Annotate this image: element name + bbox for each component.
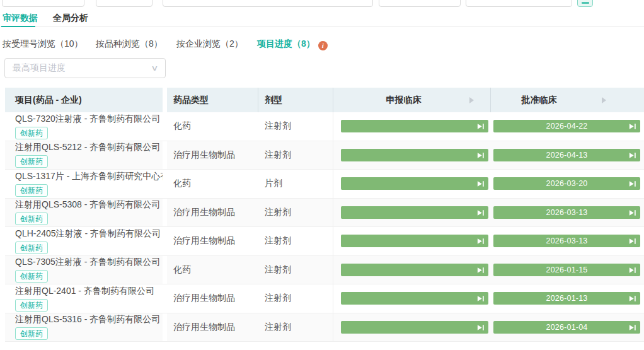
table-row: QLS-7320注射液 - 齐鲁制药有限公司创新药 化药 注射剂 2026-04… bbox=[5, 112, 644, 141]
project-name[interactable]: 注射用QLS-5316 - 齐鲁制药有限公司 bbox=[15, 314, 163, 325]
apply-clinical-bar[interactable] bbox=[341, 264, 488, 276]
col-header-approve-clinical[interactable]: 批准临床 bbox=[490, 88, 644, 112]
approve-clinical-bar[interactable]: 2026-04-13 bbox=[493, 149, 640, 161]
project-name[interactable]: QLS-1317片 - 上海齐鲁制药研究中心有 bbox=[15, 171, 163, 182]
approve-clinical-bar[interactable]: 2026-03-20 bbox=[493, 177, 640, 190]
col-header-dosage-form[interactable]: 剂型 bbox=[258, 88, 333, 112]
col-header-approve-clinical-label: 批准临床 bbox=[522, 95, 557, 106]
innovative-drug-badge: 创新药 bbox=[15, 127, 48, 139]
tab-review-data[interactable]: 审评数据 bbox=[3, 13, 38, 24]
search-button-icon bbox=[582, 2, 589, 4]
innovative-drug-badge: 创新药 bbox=[15, 242, 48, 254]
tab-global-analysis[interactable]: 全局分析 bbox=[53, 13, 88, 24]
table-row: QLS-7305注射液 - 齐鲁制药有限公司创新药 化药 注射剂 2026-01… bbox=[5, 256, 644, 285]
main-tabbar: 审评数据 全局分析 bbox=[0, 8, 644, 27]
project-name[interactable]: QLS-7320注射液 - 齐鲁制药有限公司 bbox=[15, 114, 163, 125]
play-step-icon bbox=[629, 209, 636, 216]
apply-clinical-bar[interactable] bbox=[341, 120, 488, 132]
apply-clinical-bar[interactable] bbox=[341, 321, 488, 334]
approve-date: 2026-03-13 bbox=[546, 208, 588, 217]
expand-arrow-icon[interactable] bbox=[602, 97, 606, 103]
sub-nav: 按受理号浏览（10） 按品种浏览（8） 按企业浏览（2） 项目进度（8）i bbox=[0, 38, 644, 51]
dosage-form-cell: 注射剂 bbox=[258, 313, 333, 342]
table-row: 注射用QLS-5212 - 齐鲁制药有限公司创新药 治疗用生物制品 注射剂 20… bbox=[5, 141, 644, 170]
col-header-project[interactable]: 项目(药品 - 企业) bbox=[5, 88, 163, 112]
innovative-drug-badge: 创新药 bbox=[15, 213, 48, 225]
approve-date: 2026-03-13 bbox=[546, 236, 588, 245]
approve-date: 2026-04-22 bbox=[546, 122, 588, 131]
drug-type-cell: 化药 bbox=[167, 112, 258, 141]
table-row: QLH-2405注射液 - 齐鲁制药有限公司创新药 治疗用生物制品 注射剂 20… bbox=[5, 227, 644, 256]
col-header-apply-clinical[interactable]: 申报临床 bbox=[333, 88, 490, 112]
filter-input-4[interactable] bbox=[379, 0, 461, 7]
apply-clinical-bar[interactable] bbox=[341, 235, 488, 247]
page: 审评数据 全局分析 按受理号浏览（10） 按品种浏览（8） 按企业浏览（2） 项… bbox=[0, 0, 644, 350]
play-step-icon bbox=[629, 267, 636, 274]
fixed-column-gutter bbox=[163, 88, 167, 112]
innovative-drug-badge: 创新药 bbox=[15, 299, 48, 312]
approve-date: 2026-04-13 bbox=[546, 151, 588, 160]
subnav-by-enterprise[interactable]: 按企业浏览（2） bbox=[176, 38, 243, 50]
play-step-icon bbox=[477, 238, 485, 245]
col-header-apply-clinical-label: 申报临床 bbox=[386, 95, 422, 106]
dosage-form-cell: 注射剂 bbox=[258, 284, 333, 313]
project-name[interactable]: QLS-7305注射液 - 齐鲁制药有限公司 bbox=[15, 257, 163, 268]
play-step-icon bbox=[477, 295, 485, 302]
subnav-project-progress-label: 项目进度（8） bbox=[257, 38, 315, 49]
col-header-drug-type[interactable]: 药品类型 bbox=[167, 88, 258, 112]
apply-clinical-bar[interactable] bbox=[341, 206, 488, 219]
approve-date: 2026-01-04 bbox=[546, 323, 588, 332]
drug-type-cell: 治疗用生物制品 bbox=[167, 141, 258, 170]
subnav-project-progress[interactable]: 项目进度（8）i bbox=[257, 38, 328, 50]
play-step-icon bbox=[477, 267, 485, 274]
project-name[interactable]: QLH-2405注射液 - 齐鲁制药有限公司 bbox=[15, 228, 163, 240]
approve-clinical-bar[interactable]: 2026-04-22 bbox=[493, 120, 640, 132]
approve-clinical-bar[interactable]: 2026-01-04 bbox=[493, 321, 640, 334]
drug-type-cell: 治疗用生物制品 bbox=[167, 199, 258, 227]
approve-date: 2026-03-20 bbox=[546, 179, 588, 188]
info-icon[interactable]: i bbox=[318, 41, 328, 50]
filter-input-1[interactable] bbox=[2, 0, 84, 7]
dosage-form-cell: 注射剂 bbox=[258, 112, 333, 141]
approve-clinical-bar[interactable]: 2026-01-13 bbox=[493, 292, 640, 305]
drug-type-cell: 治疗用生物制品 bbox=[167, 313, 258, 342]
apply-clinical-bar[interactable] bbox=[341, 292, 488, 305]
play-step-icon bbox=[477, 123, 485, 130]
filter-input-3[interactable] bbox=[163, 0, 373, 7]
apply-clinical-bar[interactable] bbox=[341, 177, 488, 190]
innovative-drug-badge: 创新药 bbox=[15, 327, 48, 340]
play-step-icon bbox=[477, 209, 485, 216]
project-name[interactable]: 注射用QL-2401 - 齐鲁制药有限公司 bbox=[15, 286, 163, 297]
table-row: QLS-1317片 - 上海齐鲁制药研究中心有创新药 化药 片剂 2026-03… bbox=[5, 170, 644, 199]
expand-arrow-icon[interactable] bbox=[469, 97, 474, 103]
dosage-form-cell: 注射剂 bbox=[258, 199, 333, 227]
filter-input-5[interactable] bbox=[466, 0, 572, 7]
search-button[interactable] bbox=[577, 0, 593, 7]
play-step-icon bbox=[629, 324, 636, 331]
approve-clinical-bar[interactable]: 2026-01-15 bbox=[493, 264, 640, 276]
drug-type-cell: 治疗用生物制品 bbox=[167, 227, 258, 255]
innovative-drug-badge: 创新药 bbox=[15, 155, 48, 168]
dosage-form-cell: 注射剂 bbox=[258, 227, 333, 255]
approve-clinical-bar[interactable]: 2026-03-13 bbox=[493, 206, 640, 219]
project-name[interactable]: 注射用QLS-5212 - 齐鲁制药有限公司 bbox=[15, 142, 163, 153]
play-step-icon bbox=[477, 152, 485, 159]
project-name[interactable]: 注射用QLS-5308 - 齐鲁制药有限公司 bbox=[15, 199, 163, 211]
highest-progress-select[interactable]: 最高项目进度 ∨ bbox=[4, 58, 166, 78]
play-step-icon bbox=[629, 180, 636, 187]
approve-date: 2026-01-13 bbox=[546, 294, 588, 303]
table-row: 注射用QLS-5316 - 齐鲁制药有限公司创新药 治疗用生物制品 注射剂 20… bbox=[5, 313, 644, 342]
drug-type-cell: 治疗用生物制品 bbox=[167, 284, 258, 313]
play-step-icon bbox=[629, 123, 636, 130]
play-step-icon bbox=[477, 180, 485, 187]
subnav-by-variety[interactable]: 按品种浏览（8） bbox=[96, 38, 163, 50]
drug-type-cell: 化药 bbox=[167, 256, 258, 284]
apply-clinical-bar[interactable] bbox=[341, 149, 488, 161]
progress-table: 项目(药品 - 企业) 药品类型 剂型 申报临床 批准临床 QLS-7320注射… bbox=[5, 88, 644, 342]
approve-clinical-bar[interactable]: 2026-03-13 bbox=[493, 235, 640, 247]
subnav-by-acceptance-no[interactable]: 按受理号浏览（10） bbox=[3, 38, 83, 50]
table-row: 注射用QL-2401 - 齐鲁制药有限公司创新药 治疗用生物制品 注射剂 202… bbox=[5, 284, 644, 313]
play-step-icon bbox=[629, 295, 636, 302]
innovative-drug-badge: 创新药 bbox=[15, 270, 48, 283]
filter-input-2[interactable] bbox=[96, 0, 152, 7]
